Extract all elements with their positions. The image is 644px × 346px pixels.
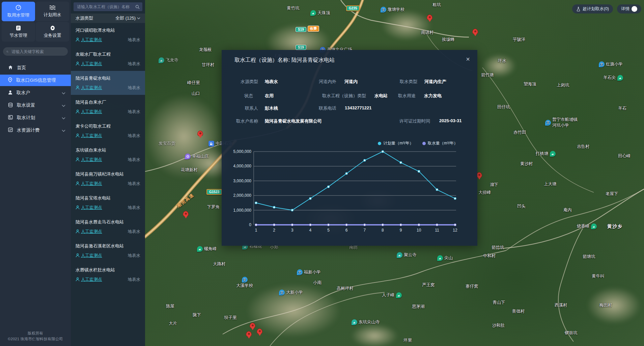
map-marker-pin[interactable] bbox=[257, 328, 262, 334]
chevron-down-icon bbox=[137, 17, 140, 19]
module-tile-2[interactable]: 计划用水 bbox=[36, 2, 69, 21]
module-tile-1[interactable]: 取用水管理 bbox=[2, 2, 35, 21]
map-place-label: 文普宁市船埔镇河坑小学 bbox=[545, 117, 578, 128]
place-name: 南进村 bbox=[421, 30, 434, 35]
intake-list-item[interactable]: 水唇镇水栏肚水电站人工监测点地表水 bbox=[71, 263, 145, 287]
intake-list-item[interactable]: 陆河县南万镇杞洋水电站人工监测点地表水 bbox=[71, 167, 145, 191]
person-icon bbox=[76, 61, 80, 67]
svg-text:4: 4 bbox=[309, 228, 312, 233]
legend-item[interactable]: 取水量（m³/年） bbox=[422, 140, 458, 146]
peak-icon[interactable] bbox=[437, 255, 443, 261]
intake-list-item[interactable]: 陆河县激石溪老区水电站人工监测点地表水 bbox=[71, 239, 145, 263]
svg-text:6: 6 bbox=[345, 228, 348, 233]
school-icon[interactable]: 文 bbox=[242, 277, 248, 283]
place-name: 发宝百货 bbox=[159, 141, 175, 147]
water-source-type: 地表水 bbox=[128, 109, 141, 115]
sidebar-item[interactable]: 取水户 bbox=[0, 87, 71, 99]
peak-icon[interactable] bbox=[550, 151, 556, 157]
map-marker-pin[interactable] bbox=[472, 29, 478, 34]
intake-list-item[interactable]: 陆河县自来水厂人工监测点地表水 bbox=[71, 95, 145, 119]
over-plan-water-button[interactable]: 超计划取水(0) bbox=[572, 4, 613, 14]
sidebar-item[interactable]: 取水设置 bbox=[0, 100, 71, 111]
map-place-label: 庵内 bbox=[563, 207, 572, 213]
field-label: 取水用途 bbox=[345, 93, 416, 99]
legend-item[interactable]: 计划量（m³/年） bbox=[378, 140, 413, 146]
school-icon[interactable]: 文 bbox=[279, 290, 285, 295]
resort-icon[interactable] bbox=[185, 154, 191, 159]
intake-list-item[interactable]: 陆河县宝塔水电站人工监测点地表水 bbox=[71, 191, 145, 215]
sidebar-search-input[interactable] bbox=[11, 49, 64, 54]
place-name: 庵内 bbox=[563, 207, 572, 213]
map-place-label: 坝子里 bbox=[224, 315, 237, 321]
manual-monitor-link[interactable]: 人工监测点 bbox=[76, 61, 102, 67]
intake-search-input[interactable] bbox=[76, 4, 133, 9]
gas-station-icon[interactable] bbox=[208, 141, 214, 147]
place-name: 羊石尖 bbox=[603, 75, 616, 81]
temple-icon[interactable] bbox=[397, 252, 402, 258]
peak-icon[interactable] bbox=[617, 75, 623, 81]
map-place-label: 陇下 bbox=[193, 312, 201, 318]
temple-icon[interactable] bbox=[159, 57, 164, 63]
peak-icon[interactable] bbox=[197, 246, 203, 252]
map-marker-pin[interactable] bbox=[246, 331, 252, 337]
person-icon bbox=[76, 133, 80, 139]
manual-monitor-link[interactable]: 人工监测点 bbox=[76, 37, 102, 43]
school-icon[interactable]: 文 bbox=[545, 120, 551, 126]
water-source-type: 地表水 bbox=[128, 133, 141, 139]
place-name: 挨垅蜂 bbox=[442, 37, 455, 43]
peak-icon[interactable] bbox=[591, 223, 597, 229]
manual-monitor-link[interactable]: 人工监测点 bbox=[76, 277, 102, 283]
intake-list-item[interactable]: 陆河县青碇水电站人工监测点地表水 bbox=[71, 71, 145, 95]
intake-list-item[interactable]: 东坑镇自来水站人工监测点地表水 bbox=[71, 143, 145, 167]
legend-label: 取水量（m³/年） bbox=[428, 140, 458, 146]
peak-icon[interactable] bbox=[396, 292, 402, 298]
map-marker-pin[interactable] bbox=[427, 15, 432, 20]
intake-list-item[interactable]: 陆河县水唇走马石水电站人工监测点地表水 bbox=[71, 215, 145, 239]
intake-list-item[interactable]: 河口镇唱歌潭水电站人工监测点地表水 bbox=[71, 23, 145, 47]
manual-monitor-link[interactable]: 人工监测点 bbox=[76, 109, 102, 115]
manual-monitor-link[interactable]: 人工监测点 bbox=[76, 133, 102, 139]
manual-monitor-link[interactable]: 人工监测点 bbox=[76, 253, 102, 259]
sidebar-item[interactable]: 取水计划 bbox=[0, 112, 71, 124]
filter-dropdown[interactable]: 全部 (125) bbox=[115, 15, 140, 21]
sidebar-item[interactable]: 水资源计费 bbox=[0, 125, 71, 136]
peak-icon[interactable] bbox=[310, 10, 316, 16]
intake-list-item[interactable]: 麦卡公司取水工程人工监测点地表水 bbox=[71, 119, 145, 143]
close-icon[interactable]: × bbox=[466, 55, 470, 63]
search-icon[interactable] bbox=[135, 5, 140, 9]
map-marker-pin[interactable] bbox=[197, 131, 203, 136]
manual-monitor-link[interactable]: 人工监测点 bbox=[76, 229, 102, 235]
intake-search-box[interactable] bbox=[74, 2, 142, 11]
sidebar-item[interactable]: 首页 bbox=[0, 62, 71, 74]
temple-icon[interactable] bbox=[352, 319, 357, 325]
intake-name: 陆河县宝塔水电站 bbox=[76, 195, 140, 201]
place-name: 箭竹塘 bbox=[481, 72, 494, 78]
module-tile-label: 节水管理 bbox=[10, 32, 27, 38]
map-marker-pin[interactable] bbox=[250, 323, 255, 328]
place-name: 黄竹坑 bbox=[287, 5, 300, 11]
module-tile-3[interactable]: 节水管理 bbox=[2, 22, 35, 42]
manual-monitor-link[interactable]: 人工监测点 bbox=[76, 157, 102, 163]
place-name: 善德村 bbox=[512, 309, 525, 314]
school-icon[interactable]: 文 bbox=[599, 61, 605, 67]
map-marker-pin[interactable] bbox=[183, 211, 189, 217]
school-icon[interactable]: 文 bbox=[381, 7, 386, 12]
manual-monitor-link[interactable]: 人工监测点 bbox=[76, 85, 102, 91]
intake-volume-chart: 01,000,0002,000,0003,000,0004,000,0005,0… bbox=[228, 149, 468, 237]
manual-monitor-link[interactable]: 人工监测点 bbox=[76, 205, 102, 211]
map-place-label: 黄沙村 bbox=[520, 161, 533, 167]
toggle-knob[interactable] bbox=[632, 6, 637, 12]
module-tile-4[interactable]: 业务设置 bbox=[36, 22, 69, 42]
place-name: 人子嶂 bbox=[382, 292, 395, 298]
intake-name: 麦卡公司取水工程 bbox=[76, 123, 140, 129]
sidebar-item[interactable]: 取水口GIS信息管理 bbox=[0, 75, 71, 86]
water-source-type: 地表水 bbox=[128, 85, 141, 91]
school-icon[interactable]: 文 bbox=[297, 269, 303, 275]
intake-list-item[interactable]: 友能水厂取水工程人工监测点地表水 bbox=[71, 47, 145, 71]
manual-monitor-link[interactable]: 人工监测点 bbox=[76, 181, 102, 187]
field-label: 状态 bbox=[182, 93, 253, 99]
sidebar-search-box[interactable] bbox=[3, 47, 68, 56]
map-place-label: 尖山 bbox=[437, 255, 453, 261]
detail-toggle[interactable]: 详情 bbox=[617, 4, 641, 14]
place-name: 箭竹坑 bbox=[492, 245, 504, 250]
